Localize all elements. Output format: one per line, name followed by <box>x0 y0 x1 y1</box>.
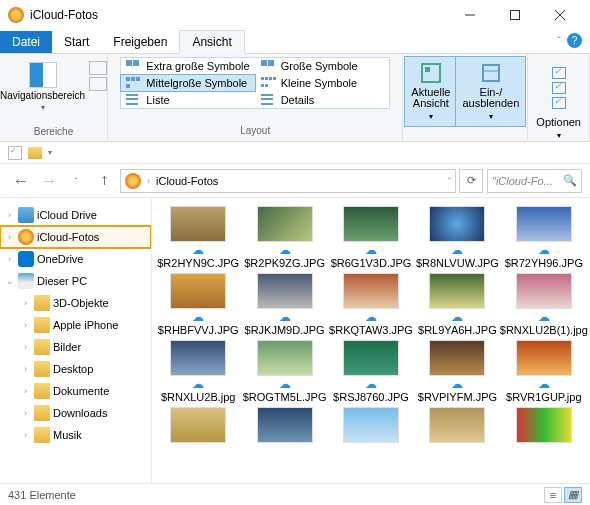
search-icon: 🔍 <box>563 174 577 187</box>
item-count: 431 Elemente <box>8 489 76 501</box>
show-hide-button[interactable]: Ein-/ ausblenden▾ <box>456 57 525 126</box>
view-details-switch[interactable]: ≡ <box>544 487 562 503</box>
file-item[interactable]: ☁$R2PK9ZG.JPG <box>242 206 326 269</box>
location-icon <box>125 173 141 189</box>
file-item[interactable]: ☁$R2HYN9C.JPG <box>156 206 240 269</box>
tab-share[interactable]: Freigeben <box>101 31 179 53</box>
collapse-ribbon-icon[interactable]: ˇ <box>557 35 561 47</box>
tab-start[interactable]: Start <box>52 31 101 53</box>
file-item[interactable]: ☁$RVR1GUP.jpg <box>502 340 586 403</box>
ribbon-tabs: Datei Start Freigeben Ansicht ˇ ? <box>0 30 590 54</box>
tree-item[interactable]: ›Downloads <box>0 402 151 424</box>
cloud-icon: ☁ <box>451 244 463 256</box>
cloud-icon: ☁ <box>538 311 550 323</box>
tree-view[interactable]: ›iCloud Drive›iCloud-Fotos›OneDrive⌄Dies… <box>0 198 152 505</box>
tree-item[interactable]: ›iCloud Drive <box>0 204 151 226</box>
tree-item[interactable]: ›3D-Objekte <box>0 292 151 314</box>
address-bar-row: 🡐 🡒 ˇ 🡑 › iCloud-Fotos ˇ ⟳ "iCloud-Fo...… <box>0 164 590 198</box>
window-title: iCloud-Fotos <box>30 8 447 22</box>
svg-rect-4 <box>422 64 440 82</box>
qat-dropdown[interactable]: ▾ <box>48 148 52 157</box>
cloud-icon: ☁ <box>451 311 463 323</box>
cloud-icon: ☁ <box>365 378 377 390</box>
address-dropdown-icon[interactable]: ˇ <box>448 176 451 186</box>
layout-extra-large[interactable]: Extra große Symbole <box>121 58 254 74</box>
close-button[interactable] <box>537 1 582 29</box>
layout-medium[interactable]: Mittelgroße Symbole <box>121 75 254 91</box>
forward-button[interactable]: 🡒 <box>36 169 60 193</box>
cloud-icon: ☁ <box>451 378 463 390</box>
cloud-icon: ☁ <box>365 244 377 256</box>
quick-access-bar: ✓ ▾ <box>0 142 590 164</box>
cloud-icon: ☁ <box>538 244 550 256</box>
app-icon <box>8 7 24 23</box>
file-item[interactable]: ☁$RNXLU2B.jpg <box>156 340 240 403</box>
breadcrumb[interactable]: iCloud-Fotos <box>156 175 218 187</box>
file-item[interactable]: ☁$RSJ8760.JPG <box>329 340 413 403</box>
layout-small[interactable]: Kleine Symbole <box>256 75 389 91</box>
search-input[interactable]: "iCloud-Fo... 🔍 <box>487 169 582 193</box>
tree-item[interactable]: ›Musik <box>0 424 151 446</box>
file-item[interactable]: ☁$R8NLVUW.JPG <box>415 206 499 269</box>
help-icon[interactable]: ? <box>567 33 582 48</box>
cloud-icon: ☁ <box>192 378 204 390</box>
recent-dropdown[interactable]: ˇ <box>64 169 88 193</box>
tree-item[interactable]: ⌄Dieser PC <box>0 270 151 292</box>
tree-item[interactable]: ›OneDrive <box>0 248 151 270</box>
details-pane-button[interactable] <box>89 77 107 91</box>
file-item[interactable]: ☁$ROGTM5L.JPG <box>242 340 326 403</box>
file-item[interactable] <box>156 407 240 443</box>
cloud-icon: ☁ <box>538 378 550 390</box>
file-item[interactable]: ☁$R72YH96.JPG <box>502 206 586 269</box>
current-view-button[interactable]: Aktuelle Ansicht▾ <box>405 57 456 126</box>
file-item[interactable]: ☁$RJKJM9D.JPG <box>242 273 326 336</box>
file-item[interactable]: ☁$R6G1V3D.JPG <box>329 206 413 269</box>
tree-item[interactable]: ›Dokumente <box>0 380 151 402</box>
refresh-button[interactable]: ⟳ <box>459 169 483 193</box>
file-item[interactable] <box>329 407 413 443</box>
layout-gallery[interactable]: Extra große Symbole Große Symbole Mittel… <box>120 57 390 109</box>
navigation-pane-button[interactable]: Navigationsbereich ▾ <box>0 58 85 112</box>
options-button[interactable]: Optionen▾ <box>530 57 587 145</box>
tree-item[interactable]: ›Desktop <box>0 358 151 380</box>
file-item[interactable] <box>415 407 499 443</box>
cloud-icon: ☁ <box>279 311 291 323</box>
file-item[interactable]: ☁$RVPIYFM.JPG <box>415 340 499 403</box>
checkbox-toggle[interactable]: ✓ <box>8 146 22 160</box>
cloud-icon: ☁ <box>365 311 377 323</box>
preview-pane-button[interactable] <box>89 61 107 75</box>
back-button[interactable]: 🡐 <box>8 169 32 193</box>
tab-view[interactable]: Ansicht <box>179 30 244 54</box>
layout-large[interactable]: Große Symbole <box>256 58 389 74</box>
tree-item[interactable]: ›Bilder <box>0 336 151 358</box>
file-item[interactable]: ☁$RHBFVVJ.JPG <box>156 273 240 336</box>
svg-rect-1 <box>510 11 519 20</box>
tree-item[interactable]: ›Apple iPhone <box>0 314 151 336</box>
file-item[interactable] <box>242 407 326 443</box>
file-grid[interactable]: ☁$R2HYN9C.JPG☁$R2PK9ZG.JPG☁$R6G1V3D.JPG☁… <box>152 198 590 505</box>
tab-file[interactable]: Datei <box>0 31 52 53</box>
file-item[interactable] <box>502 407 586 443</box>
status-bar: 431 Elemente ≡ ▦ <box>0 483 590 505</box>
folder-icon <box>28 147 42 159</box>
up-button[interactable]: 🡑 <box>92 169 116 193</box>
layout-list[interactable]: Liste <box>121 92 254 108</box>
svg-rect-5 <box>425 67 430 72</box>
view-icons-switch[interactable]: ▦ <box>564 487 582 503</box>
ribbon: Navigationsbereich ▾ Bereiche Extra groß… <box>0 54 590 142</box>
cloud-icon: ☁ <box>279 244 291 256</box>
layout-details[interactable]: Details <box>256 92 389 108</box>
titlebar: iCloud-Fotos <box>0 0 590 30</box>
file-item[interactable]: ☁$RNXLU2B(1).jpg <box>502 273 586 336</box>
cloud-icon: ☁ <box>192 311 204 323</box>
file-item[interactable]: ☁$RL9YA6H.JPG <box>415 273 499 336</box>
minimize-button[interactable] <box>447 1 492 29</box>
group-label: Bereiche <box>34 124 73 139</box>
svg-rect-6 <box>483 65 499 81</box>
file-item[interactable]: ☁$RKQTAW3.JPG <box>329 273 413 336</box>
cloud-icon: ☁ <box>279 378 291 390</box>
cloud-icon: ☁ <box>192 244 204 256</box>
address-bar[interactable]: › iCloud-Fotos ˇ <box>120 169 456 193</box>
tree-item[interactable]: ›iCloud-Fotos <box>0 226 151 248</box>
maximize-button[interactable] <box>492 1 537 29</box>
